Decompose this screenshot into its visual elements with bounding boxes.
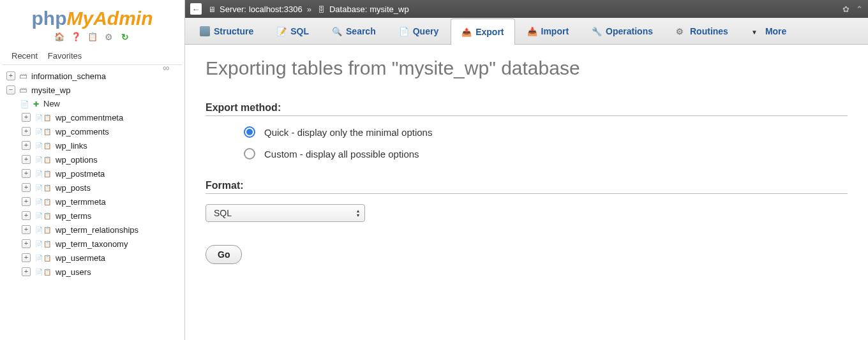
- expand-icon[interactable]: [20, 126, 32, 137]
- table-label: wp_users: [54, 267, 91, 277]
- db-label: mysite_wp: [30, 85, 70, 95]
- table-icon: [33, 112, 53, 122]
- table-row[interactable]: wp_term_relationships: [20, 223, 179, 237]
- table-icon: [33, 267, 53, 277]
- radio-quick-label: Quick - display only the minimal options: [264, 127, 432, 138]
- structure-icon: [200, 26, 210, 36]
- table-row[interactable]: wp_options: [20, 152, 179, 166]
- collapse-icon[interactable]: [5, 84, 17, 96]
- page-settings-icon[interactable]: ✿: [842, 4, 849, 14]
- table-label: wp_postmeta: [54, 169, 105, 179]
- tab-export[interactable]: Export: [451, 18, 514, 45]
- radio-custom-label: Custom - display all possible options: [264, 149, 419, 159]
- db-label: Database:: [329, 4, 367, 14]
- table-label: wp_links: [54, 141, 87, 151]
- search-icon: [332, 26, 342, 36]
- table-row[interactable]: wp_postmeta: [20, 166, 179, 181]
- radio-custom[interactable]: [244, 148, 255, 159]
- format-select[interactable]: SQL: [206, 204, 365, 222]
- sql-console-icon[interactable]: [87, 32, 98, 43]
- db-value[interactable]: mysite_wp: [370, 4, 408, 14]
- home-icon[interactable]: [54, 32, 65, 43]
- database-icon: [17, 71, 29, 81]
- table-row[interactable]: wp_posts: [20, 181, 179, 195]
- new-table-link[interactable]: New: [20, 97, 179, 110]
- format-value: SQL: [214, 208, 232, 218]
- plus-icon: [33, 99, 41, 108]
- table-label: wp_options: [54, 155, 98, 165]
- expand-icon[interactable]: [20, 266, 32, 277]
- server-value[interactable]: localhost:3306: [249, 4, 303, 14]
- table-label: wp_term_taxonomy: [54, 239, 128, 249]
- table-row[interactable]: wp_terms: [20, 209, 179, 223]
- db-label: information_schema: [30, 71, 106, 81]
- expand-icon[interactable]: [20, 238, 32, 249]
- expand-icon[interactable]: [20, 168, 32, 179]
- tab-search[interactable]: Search: [321, 18, 387, 44]
- table-label: wp_usermeta: [54, 253, 105, 263]
- table-label: wp_terms: [54, 211, 91, 221]
- reload-icon[interactable]: [119, 32, 131, 43]
- db-information-schema[interactable]: information_schema: [5, 69, 179, 83]
- db-mysite-wp[interactable]: mysite_wp: [5, 83, 179, 97]
- radio-custom-row[interactable]: Custom - display all possible options: [244, 148, 848, 159]
- tab-import[interactable]: Import: [516, 18, 580, 44]
- table-row[interactable]: wp_usermeta: [20, 251, 179, 265]
- expand-icon[interactable]: [5, 70, 17, 82]
- back-button[interactable]: ←: [190, 3, 202, 15]
- radio-quick[interactable]: [244, 126, 255, 138]
- table-label: wp_posts: [54, 183, 91, 193]
- table-label: wp_termmeta: [54, 197, 106, 207]
- table-row[interactable]: wp_users: [20, 265, 179, 279]
- table-label: wp_comments: [54, 127, 109, 137]
- help-icon[interactable]: [70, 32, 82, 43]
- table-row[interactable]: wp_term_taxonomy: [20, 237, 179, 251]
- link-icon[interactable]: [163, 63, 173, 69]
- table-row[interactable]: wp_commentmeta: [20, 110, 179, 124]
- table-row[interactable]: wp_termmeta: [20, 195, 179, 209]
- radio-quick-row[interactable]: Quick - display only the minimal options: [244, 126, 848, 138]
- table-icon: [33, 225, 53, 235]
- table-icon: [33, 126, 53, 137]
- favorites-tab[interactable]: Favorites: [44, 50, 86, 62]
- import-icon: [527, 26, 537, 36]
- breadcrumb-separator: »: [307, 4, 311, 14]
- table-row[interactable]: wp_links: [20, 138, 179, 152]
- operations-icon: [592, 26, 602, 36]
- tab-structure[interactable]: Structure: [189, 18, 264, 44]
- expand-icon[interactable]: [20, 182, 32, 193]
- collapse-top-icon[interactable]: ⌃: [856, 4, 863, 14]
- table-icon: [33, 154, 53, 165]
- tab-query[interactable]: Query: [388, 18, 449, 44]
- sql-icon: [276, 26, 287, 36]
- chevron-down-icon: [751, 26, 761, 36]
- expand-icon[interactable]: [20, 210, 32, 221]
- tab-operations[interactable]: Operations: [581, 18, 664, 44]
- expand-icon[interactable]: [20, 140, 32, 151]
- database-icon: [316, 4, 327, 14]
- breadcrumb: ← Server: localhost:3306 » Database: mys…: [185, 0, 868, 18]
- settings-icon[interactable]: [103, 32, 114, 43]
- expand-icon[interactable]: [20, 196, 32, 207]
- tab-routines[interactable]: Routines: [665, 18, 739, 44]
- expand-icon[interactable]: [20, 224, 32, 235]
- expand-icon[interactable]: [20, 112, 32, 123]
- table-icon: [33, 211, 53, 221]
- table-label: wp_commentmeta: [54, 113, 123, 122]
- table-icon: [33, 196, 53, 207]
- format-title: Format:: [206, 180, 848, 194]
- expand-icon[interactable]: [20, 252, 32, 263]
- table-icon: [33, 239, 53, 249]
- go-button[interactable]: Go: [206, 245, 242, 264]
- export-method-title: Export method:: [206, 102, 848, 116]
- expand-icon[interactable]: [20, 154, 32, 165]
- tab-sql[interactable]: SQL: [266, 18, 320, 44]
- routines-icon: [676, 26, 686, 36]
- database-icon: [17, 85, 29, 95]
- table-icon: [33, 253, 53, 263]
- table-icon: [33, 140, 53, 151]
- tab-more[interactable]: More: [740, 18, 797, 44]
- recent-tab[interactable]: Recent: [8, 50, 41, 62]
- table-row[interactable]: wp_comments: [20, 124, 179, 138]
- new-table-icon: [20, 99, 31, 108]
